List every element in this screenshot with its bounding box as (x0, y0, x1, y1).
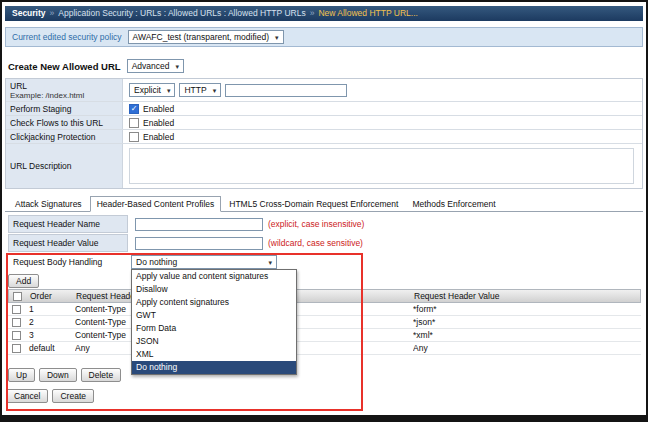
url-value-cell: Explicit ▾ HTTP ▾ (123, 79, 642, 101)
cell-header-value: *xml* (413, 330, 641, 340)
footer-buttons: Cancel Create (6, 389, 94, 403)
protocol-select[interactable]: HTTP ▾ (179, 83, 221, 97)
dropdown-option[interactable]: JSON (132, 335, 296, 348)
dropdown-option[interactable]: GWT (132, 309, 296, 322)
check-flows-row: Check Flows to this URL Enabled (6, 116, 642, 130)
header-profile-form: Request Header Name (explicit, case inse… (8, 215, 364, 272)
row-checkbox[interactable] (12, 318, 21, 327)
add-button[interactable]: Add (8, 274, 39, 288)
request-header-name-hint: (explicit, case insensitive) (268, 219, 364, 229)
request-header-value-input[interactable] (135, 237, 263, 250)
chevron-down-icon: ▾ (268, 259, 272, 266)
table-row: 2 Content-Type *json* (8, 316, 641, 329)
url-description-textarea[interactable] (129, 148, 634, 184)
enabled-label: Enabled (143, 118, 174, 128)
enabled-label: Enabled (143, 104, 174, 114)
advanced-mode-select[interactable]: Advanced ▾ (127, 59, 184, 73)
bigip-asm-window: Security»Application Security : URLs : A… (0, 0, 648, 422)
breadcrumb-separator-icon: » (310, 8, 315, 18)
url-type-value: Explicit (134, 85, 161, 95)
page-title: Create New Allowed URL (8, 61, 121, 72)
add-button-wrap: Add (8, 274, 39, 288)
url-example-label: Example: /index.html (10, 91, 118, 100)
breadcrumb-current-page: New Allowed HTTP URL... (318, 8, 418, 18)
request-header-value-content: (wildcard, case sensitive) (128, 234, 363, 252)
cell-header-value: *json* (413, 317, 641, 327)
clickjacking-row: Clickjacking Protection Enabled (6, 130, 642, 144)
clickjacking-label: Clickjacking Protection (6, 130, 123, 143)
url-path-input[interactable] (225, 84, 347, 97)
tab-header-based-content-profiles[interactable]: Header-Based Content Profiles (90, 196, 222, 212)
url-description-label: URL Description (6, 144, 123, 188)
request-header-name-content: (explicit, case insensitive) (128, 215, 364, 233)
request-body-handling-label: Request Body Handling (8, 253, 128, 271)
request-body-handling-select[interactable]: Do nothing ▾ (131, 255, 277, 269)
tab-strip: Attack Signatures Header-Based Content P… (5, 195, 643, 212)
cell-order: 2 (29, 317, 75, 327)
request-header-value-row: Request Header Value (wildcard, case sen… (8, 234, 364, 252)
url-description-row: URL Description (6, 144, 642, 188)
cell-order: default (29, 343, 75, 353)
request-header-name-row: Request Header Name (explicit, case inse… (8, 215, 364, 233)
select-all-checkbox[interactable] (13, 292, 22, 301)
url-description-value-cell (123, 144, 642, 188)
chevron-down-icon: ▾ (275, 34, 279, 41)
request-body-handling-value: Do nothing (136, 257, 177, 267)
table-row: 1 Content-Type *form* (8, 303, 641, 316)
table-header-row: Order Request Header Name Request Header… (8, 289, 641, 303)
delete-button[interactable]: Delete (81, 368, 122, 382)
row-checkbox[interactable] (12, 344, 21, 353)
dropdown-option[interactable]: Disallow (132, 283, 296, 296)
url-type-select[interactable]: Explicit ▾ (129, 83, 175, 97)
url-properties-form: URL Example: /index.html Explicit ▾ HTTP… (5, 78, 643, 189)
perform-staging-row: Perform Staging ✓ Enabled (6, 102, 642, 116)
perform-staging-value-cell: ✓ Enabled (123, 102, 642, 115)
request-header-name-input[interactable] (135, 218, 263, 231)
protocol-value: HTTP (184, 85, 206, 95)
column-header-request-header-value[interactable]: Request Header Value (414, 291, 640, 301)
clickjacking-checkbox[interactable] (129, 132, 139, 142)
dropdown-option[interactable]: XML (132, 348, 296, 361)
up-button[interactable]: Up (8, 368, 35, 382)
breadcrumb: Security»Application Security : URLs : A… (5, 6, 643, 21)
check-flows-value-cell: Enabled (123, 116, 642, 129)
create-section-header: Create New Allowed URL Advanced ▾ (8, 59, 184, 73)
request-header-name-label: Request Header Name (8, 215, 128, 233)
tab-html5-cross-domain[interactable]: HTML5 Cross-Domain Request Enforcement (223, 197, 404, 211)
policy-select[interactable]: AWAFC_test (transparent, modified) ▾ (128, 30, 284, 44)
policy-bar: Current edited security policy AWAFC_tes… (5, 27, 643, 47)
perform-staging-checkbox[interactable]: ✓ (129, 104, 139, 114)
request-header-value-hint: (wildcard, case sensitive) (268, 238, 363, 248)
check-flows-checkbox[interactable] (129, 118, 139, 128)
dropdown-option[interactable]: Form Data (132, 322, 296, 335)
cancel-button[interactable]: Cancel (6, 389, 48, 403)
header-profiles-table: Order Request Header Name Request Header… (8, 289, 641, 355)
url-row: URL Example: /index.html Explicit ▾ HTTP… (6, 79, 642, 102)
table-row: 3 Content-Type *xml* (8, 329, 641, 342)
dropdown-option[interactable]: Apply content signatures (132, 296, 296, 309)
advanced-mode-value: Advanced (132, 61, 170, 71)
row-checkbox[interactable] (12, 331, 21, 340)
perform-staging-label: Perform Staging (6, 102, 123, 115)
breadcrumb-path[interactable]: Application Security : URLs : Allowed UR… (58, 8, 305, 18)
chevron-down-icon: ▾ (175, 63, 179, 70)
cell-header-value: Any (413, 343, 641, 353)
row-checkbox[interactable] (12, 305, 21, 314)
breadcrumb-section[interactable]: Security (12, 8, 46, 18)
tab-methods-enforcement[interactable]: Methods Enforcement (406, 197, 501, 211)
table-action-buttons: Up Down Delete (8, 368, 121, 382)
url-label: URL (10, 81, 118, 91)
check-icon: ✓ (131, 105, 138, 113)
breadcrumb-separator-icon: » (50, 8, 55, 18)
down-button[interactable]: Down (39, 368, 77, 382)
url-label-cell: URL Example: /index.html (6, 79, 123, 101)
dropdown-option-selected[interactable]: Do nothing (132, 361, 296, 374)
create-button[interactable]: Create (52, 389, 94, 403)
policy-bar-label: Current edited security policy (12, 32, 122, 42)
request-body-handling-dropdown-menu: Apply value and content signatures Disal… (131, 269, 297, 375)
dropdown-option[interactable]: Apply value and content signatures (132, 270, 296, 283)
policy-select-value: AWAFC_test (transparent, modified) (133, 32, 269, 42)
tab-attack-signatures[interactable]: Attack Signatures (9, 197, 88, 211)
column-header-order[interactable]: Order (30, 291, 76, 301)
table-row: default Any Any (8, 342, 641, 355)
